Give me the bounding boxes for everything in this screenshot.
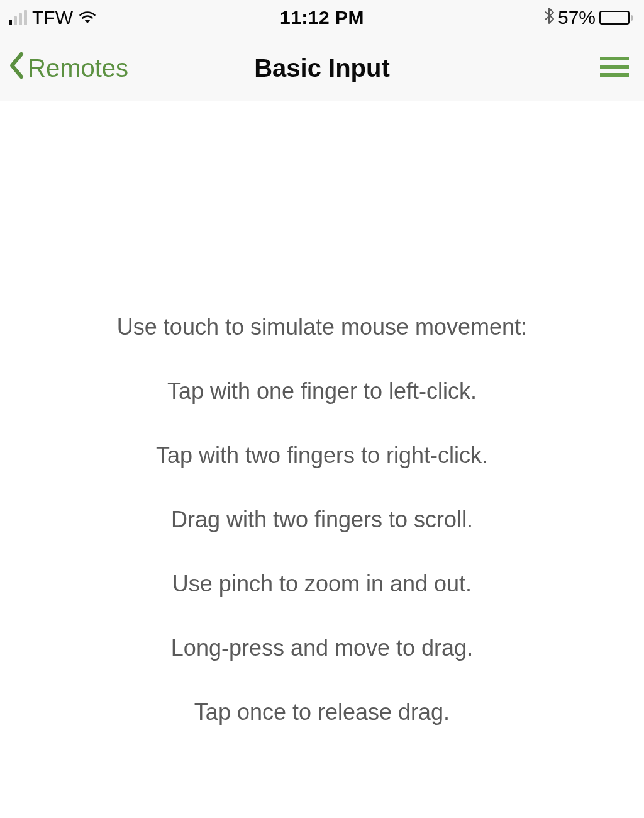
- instructions-line: Tap once to release drag.: [117, 698, 527, 726]
- svg-rect-0: [600, 57, 629, 60]
- content: Use touch to simulate mouse movement: Ta…: [0, 101, 644, 818]
- instructions-line: Use pinch to zoom in and out.: [117, 569, 527, 598]
- status-left: TFW: [9, 7, 97, 28]
- signal-icon: [9, 10, 27, 25]
- battery-pct: 57%: [558, 7, 596, 28]
- battery-icon: [599, 11, 633, 25]
- instructions-line: Drag with two fingers to scroll.: [117, 505, 527, 534]
- instructions-line: Tap with two fingers to right-click.: [117, 441, 527, 469]
- instructions-text: Use touch to simulate mouse movement: Ta…: [117, 313, 527, 726]
- status-time: 11:12 PM: [280, 7, 364, 28]
- wifi-icon: [78, 7, 97, 28]
- instructions-heading: Use touch to simulate mouse movement:: [117, 313, 527, 341]
- back-label: Remotes: [28, 54, 128, 82]
- carrier-label: TFW: [32, 7, 73, 28]
- instructions-line: Tap with one finger to left-click.: [117, 377, 527, 405]
- chevron-left-icon: [8, 51, 26, 86]
- touchpad-area[interactable]: Use touch to simulate mouse movement: Ta…: [0, 101, 644, 818]
- instructions-line: Long-press and move to drag.: [117, 634, 527, 662]
- status-right: 57%: [544, 7, 633, 28]
- svg-rect-2: [600, 73, 629, 77]
- svg-rect-1: [600, 65, 629, 69]
- page-title: Basic Input: [254, 54, 390, 82]
- menu-button[interactable]: [600, 55, 629, 81]
- status-bar: TFW 11:12 PM 57%: [0, 0, 644, 35]
- back-button[interactable]: Remotes: [8, 51, 128, 86]
- navigation-bar: Remotes Basic Input: [0, 35, 644, 101]
- menu-icon: [600, 69, 629, 80]
- bluetooth-icon: [544, 7, 554, 28]
